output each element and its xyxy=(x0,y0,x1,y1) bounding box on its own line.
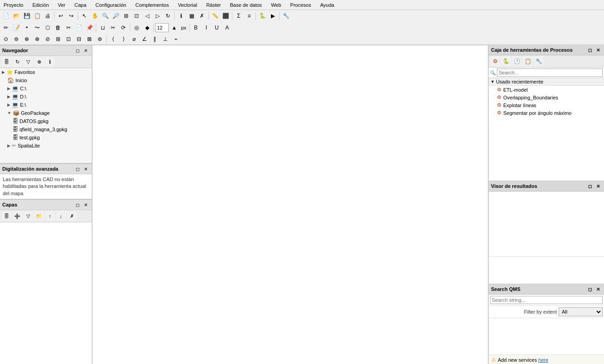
python-btn[interactable]: 🐍 xyxy=(257,11,267,21)
layers-moveup-btn[interactable]: ↑ xyxy=(45,211,55,221)
nav-info-btn[interactable]: ℹ xyxy=(45,57,55,67)
text-color[interactable]: A xyxy=(222,23,232,33)
zoom-out-btn[interactable]: 🔎 xyxy=(111,11,121,21)
construct5[interactable]: ∥ xyxy=(150,34,160,44)
zoom-full-btn[interactable]: ⊡ xyxy=(132,11,142,21)
open-project-btn[interactable]: 📂 xyxy=(11,11,21,21)
construct4[interactable]: ∠ xyxy=(139,34,149,44)
process-etl[interactable]: ⚙ ETL-model xyxy=(489,86,604,93)
construct6[interactable]: ⊥ xyxy=(160,34,170,44)
menu-vectorial[interactable]: Vectorial xyxy=(176,2,199,8)
zoom-next-btn[interactable]: ▷ xyxy=(152,11,162,21)
map-area[interactable] xyxy=(92,45,488,364)
tree-spatialite[interactable]: ▶ ✏ SpatiaLite xyxy=(0,142,92,150)
add-polygon-btn[interactable]: ⬡ xyxy=(43,23,53,33)
deselect-btn[interactable]: ✗ xyxy=(197,11,207,21)
pan-tool-btn[interactable]: ✋ xyxy=(90,11,100,21)
menu-base-datos[interactable]: Base de datos xyxy=(228,2,264,8)
print-btn[interactable]: 🖨 xyxy=(43,11,53,21)
text-underline[interactable]: U xyxy=(212,23,222,33)
layers-float-btn[interactable]: ◻ xyxy=(74,201,81,208)
refresh-btn[interactable]: ↻ xyxy=(163,11,173,21)
new-project-btn[interactable]: 📄 xyxy=(1,11,11,21)
snap2[interactable]: ⊚ xyxy=(11,34,21,44)
menu-capa[interactable]: Capa xyxy=(73,2,88,8)
copy-btn[interactable]: 📄 xyxy=(74,23,84,33)
measure-area-btn[interactable]: ⬛ xyxy=(221,11,231,21)
save-as-btn[interactable]: 📋 xyxy=(32,11,42,21)
text-bold[interactable]: B xyxy=(191,23,201,33)
zoom-layer-btn[interactable]: ⊞ xyxy=(121,11,131,21)
font-size-input[interactable] xyxy=(155,23,169,32)
layers-movedown-btn[interactable]: ↓ xyxy=(56,211,66,221)
text-italic[interactable]: I xyxy=(201,23,211,33)
tree-e-drive[interactable]: ▶ 💻 E:\ xyxy=(0,101,92,109)
cut-btn[interactable]: ✂ xyxy=(64,23,74,33)
add-point-btn[interactable]: • xyxy=(22,23,32,33)
zoom-prev-btn[interactable]: ◁ xyxy=(142,11,152,21)
node-btn[interactable]: ◆ xyxy=(142,23,152,33)
layers-group-btn[interactable]: 📁 xyxy=(34,211,44,221)
split-btn[interactable]: ✂ xyxy=(108,23,118,33)
select-tool-btn[interactable]: ↖ xyxy=(79,11,89,21)
menu-web[interactable]: Web xyxy=(269,2,283,8)
zoom-in-btn[interactable]: 🔍 xyxy=(100,11,110,21)
process-search-input[interactable] xyxy=(497,69,603,77)
process-float-btn[interactable]: ◻ xyxy=(586,46,594,54)
qms-close-btn[interactable]: ✕ xyxy=(594,285,602,293)
qms-filter-select[interactable]: All Current extent Custom extent xyxy=(559,307,603,316)
tree-qfield-gpkg[interactable]: 🗄 qfield_magna_3.gpkg xyxy=(0,125,92,133)
merge-btn[interactable]: ⊔ xyxy=(98,23,108,33)
results-float-btn[interactable]: ◻ xyxy=(586,182,594,190)
digitization-float-btn[interactable]: ◻ xyxy=(74,165,81,172)
nav-refresh-btn[interactable]: ↻ xyxy=(12,57,22,67)
menu-ayuda[interactable]: Ayuda xyxy=(318,2,336,8)
snap4[interactable]: ⊗ xyxy=(32,34,42,44)
construct1[interactable]: ⟨ xyxy=(108,34,118,44)
layers-close-btn[interactable]: ✕ xyxy=(82,201,89,208)
process-results-btn[interactable]: 📋 xyxy=(523,56,533,66)
font-size-up[interactable]: ▲ xyxy=(169,23,179,33)
digitize-btn[interactable]: ✏ xyxy=(1,23,11,33)
process-recently-section[interactable]: ▼ Usado recientemente xyxy=(489,78,604,86)
select-features-btn[interactable]: ▦ xyxy=(187,11,196,21)
process-overlapping[interactable]: ⚙ Overlapping_Boundaries xyxy=(489,93,604,101)
menu-configuracion[interactable]: Configuración xyxy=(93,2,128,8)
undo-btn[interactable]: ↩ xyxy=(56,11,66,21)
results-close-btn[interactable]: ✕ xyxy=(594,182,602,190)
layers-remove-btn[interactable]: ✗ xyxy=(67,211,77,221)
construct2[interactable]: ⟩ xyxy=(118,34,128,44)
layers-add2-btn[interactable]: ➕ xyxy=(12,211,22,221)
snap1[interactable]: ⊙ xyxy=(1,34,11,44)
qms-search-input[interactable] xyxy=(490,296,603,304)
navigator-close-btn[interactable]: ✕ xyxy=(82,47,89,54)
menu-complementos[interactable]: Complementos xyxy=(133,2,171,8)
nav-add-layer-btn[interactable]: 🗄 xyxy=(1,57,11,67)
add-services-link[interactable]: here xyxy=(538,357,548,363)
nav-filter-btn[interactable]: ▽ xyxy=(23,57,33,67)
tree-inicio[interactable]: 🏠 Inicio xyxy=(0,76,92,84)
snap10[interactable]: ⊛ xyxy=(95,34,105,44)
debug-btn[interactable]: 🔧 xyxy=(281,11,291,21)
snap-btn[interactable]: ◎ xyxy=(132,23,142,33)
snap3[interactable]: ⊕ xyxy=(22,34,32,44)
navigator-float-btn[interactable]: ◻ xyxy=(74,47,81,54)
tree-geopackage[interactable]: ▼ 📦 GeoPackage xyxy=(0,109,92,117)
python2-btn[interactable]: ▶ xyxy=(268,11,278,21)
measure-btn[interactable]: 📏 xyxy=(210,11,220,21)
process-history-btn[interactable]: 🕐 xyxy=(512,56,522,66)
process-close-btn[interactable]: ✕ xyxy=(594,46,602,54)
snap6[interactable]: ⊞ xyxy=(53,34,63,44)
snap9[interactable]: ⊠ xyxy=(84,34,94,44)
snap5[interactable]: ⊘ xyxy=(43,34,53,44)
menu-procesos[interactable]: Procesos xyxy=(289,2,313,8)
tree-datos-gpkg[interactable]: 🗄 DATOS.gpkg xyxy=(0,117,92,125)
save-project-btn[interactable]: 💾 xyxy=(22,11,32,21)
process-segmentar[interactable]: ⚙ Segmentar por ángulo máximo xyxy=(489,109,604,117)
tree-test-gpkg[interactable]: 🗄 test.gpkg xyxy=(0,133,92,142)
tree-favorites[interactable]: ▶ ⭐ Favoritos xyxy=(0,68,92,76)
tree-d-drive[interactable]: ▶ 💻 D:\ xyxy=(0,93,92,101)
menu-proyecto[interactable]: Proyecto xyxy=(2,2,25,8)
construct7[interactable]: ⌁ xyxy=(171,34,181,44)
redo-btn[interactable]: ↪ xyxy=(66,11,76,21)
